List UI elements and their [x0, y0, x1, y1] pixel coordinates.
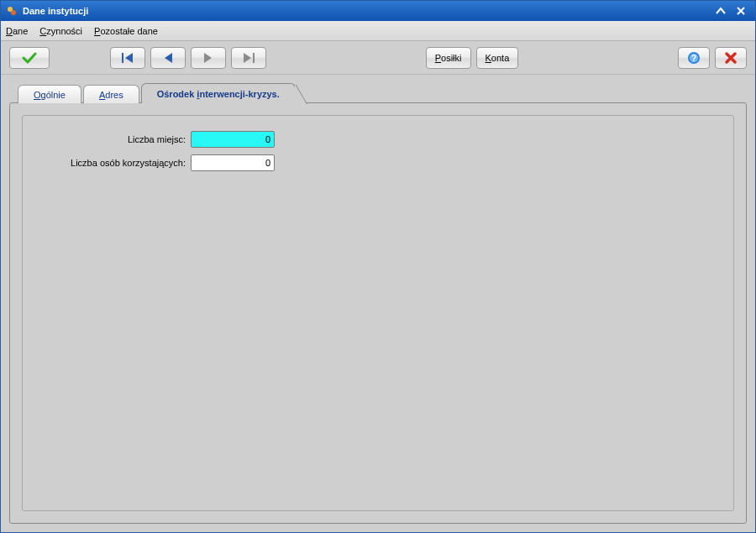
menubar: Dane Czynności Pozostałe dane: [1, 21, 755, 41]
nav-next-icon: [202, 52, 214, 64]
konta-button[interactable]: Konta: [476, 47, 519, 69]
menu-pozostale-dane[interactable]: Pozostałe dane: [94, 26, 158, 36]
svg-rect-2: [122, 53, 123, 63]
svg-rect-3: [253, 53, 255, 63]
collapse-button[interactable]: [711, 3, 730, 18]
posilki-button[interactable]: Posiłki: [426, 47, 471, 69]
tab-panel: Liczba miejsc: Liczba osób korzystającyc…: [9, 102, 747, 524]
label-liczba-osob: Liczba osób korzystających:: [34, 158, 186, 168]
row-liczba-miejsc: Liczba miejsc:: [34, 128, 722, 151]
close-x-icon: [724, 51, 738, 65]
nav-first-icon: [121, 52, 134, 64]
svg-text:?: ?: [691, 54, 696, 63]
help-icon: ?: [687, 51, 701, 65]
confirm-button[interactable]: [9, 47, 50, 69]
nav-first-button[interactable]: [110, 47, 145, 69]
close-icon: [736, 6, 746, 16]
window-root: Dane instytucji Dane Czynności Pozostałe…: [0, 0, 756, 533]
close-window-button[interactable]: [732, 3, 750, 18]
tab-adres[interactable]: Adres: [83, 85, 139, 103]
toolbar: Posiłki Konta ?: [1, 41, 755, 75]
titlebar: Dane instytucji: [1, 1, 755, 21]
tabs-container: Ogólnie Adres Ośrodek interwencji-kryzys…: [1, 75, 755, 532]
nav-prev-button[interactable]: [150, 47, 186, 69]
label-liczba-miejsc: Liczba miejsc:: [34, 134, 186, 144]
check-icon: [22, 52, 37, 64]
app-icon: [6, 5, 18, 17]
menu-dane[interactable]: Dane: [6, 26, 28, 36]
input-liczba-osob[interactable]: [191, 154, 275, 171]
cancel-button[interactable]: [715, 47, 747, 69]
tab-osrodek-interwencji[interactable]: Ośrodek interwencji-kryzys.: [141, 83, 296, 103]
input-liczba-miejsc[interactable]: [191, 131, 275, 148]
svg-point-1: [11, 10, 16, 15]
chevron-up-icon: [715, 6, 727, 16]
tabstrip: Ogólnie Adres Ośrodek interwencji-kryzys…: [18, 83, 747, 103]
nav-last-button[interactable]: [231, 47, 266, 69]
row-liczba-osob: Liczba osób korzystających:: [34, 151, 722, 175]
menu-czynnosci[interactable]: Czynności: [39, 26, 82, 36]
nav-next-button[interactable]: [191, 47, 226, 69]
nav-last-icon: [242, 52, 255, 64]
tab-ogolnie[interactable]: Ogólnie: [18, 85, 81, 103]
help-button[interactable]: ?: [678, 47, 710, 69]
window-title: Dane instytucji: [23, 6, 710, 16]
form-panel: Liczba miejsc: Liczba osób korzystającyc…: [22, 115, 734, 511]
nav-prev-icon: [162, 52, 174, 64]
